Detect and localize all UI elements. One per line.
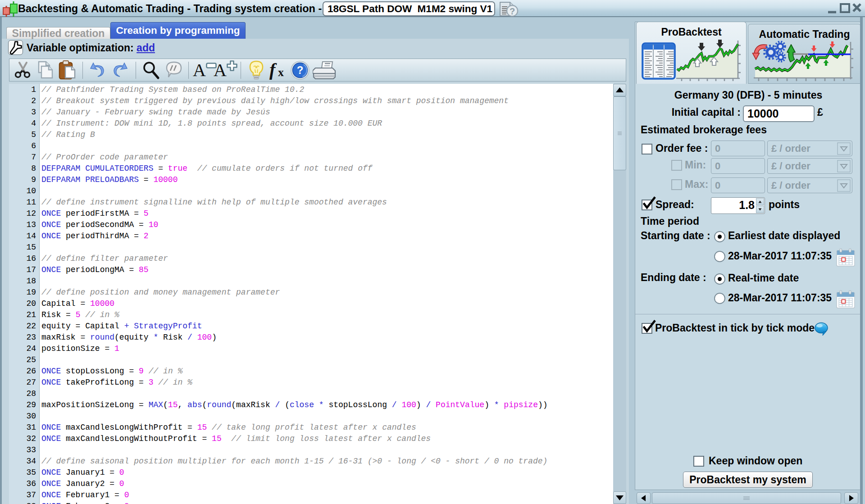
svg-text:?: ? xyxy=(297,64,304,76)
svg-text:?: ? xyxy=(510,6,515,16)
